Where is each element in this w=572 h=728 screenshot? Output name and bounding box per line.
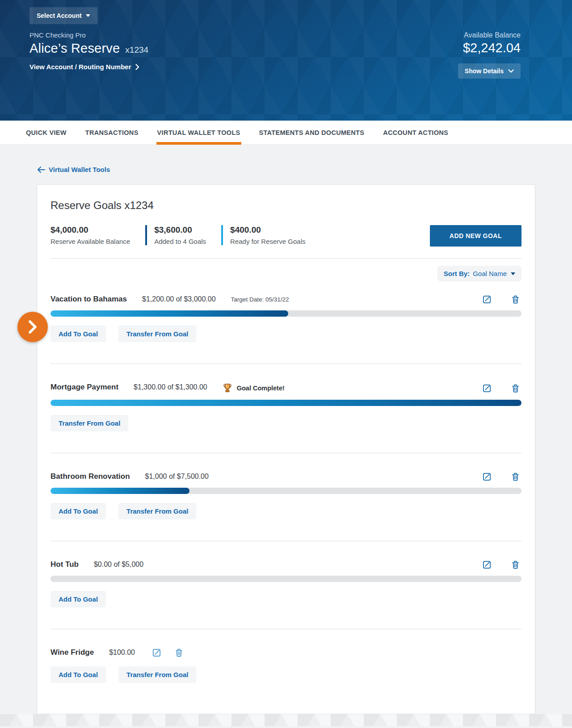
show-details-button[interactable]: Show Details xyxy=(458,63,521,79)
divider xyxy=(50,258,522,259)
transfer-from-goal-button[interactable]: Transfer From Goal xyxy=(118,326,196,342)
tab-account-actions[interactable]: ACCOUNT ACTIONS xyxy=(382,121,449,145)
expand-side-panel-button[interactable] xyxy=(17,312,48,342)
sort-by-dropdown[interactable]: Sort By: Goal Name xyxy=(437,266,522,281)
goal-amount: $1,000 of $7,500.00 xyxy=(145,473,209,481)
edit-icon xyxy=(482,384,492,393)
goal-actions: Add To GoalTransfer From Goal xyxy=(50,326,522,342)
delete-goal-button[interactable] xyxy=(511,472,520,481)
goal-row-icons xyxy=(482,560,522,569)
edit-icon xyxy=(482,295,492,304)
stat-value: $3,600.00 xyxy=(154,225,206,235)
goal-complete-badge: Goal Complete! xyxy=(223,383,285,393)
account-type-label: PNC Checking Pro xyxy=(29,31,86,39)
caret-down-icon xyxy=(511,272,515,275)
page-footer-background xyxy=(0,714,572,726)
goal-header: Wine Fridge $100.00 xyxy=(50,648,522,657)
goal-progress-bar xyxy=(50,576,522,582)
edit-icon xyxy=(152,648,161,657)
stat-label: Reserve Available Balance xyxy=(50,238,130,245)
back-to-virtual-wallet-tools-link[interactable]: Virtual Wallet Tools xyxy=(37,166,110,173)
edit-goal-button[interactable] xyxy=(152,648,161,657)
trash-icon xyxy=(175,648,183,657)
goal-row-mortgage-payment: Mortgage Payment $1,300.00 of $1,300.00 … xyxy=(50,364,522,453)
tab-label: TRANSACTIONS xyxy=(85,129,139,136)
tab-transactions[interactable]: TRANSACTIONS xyxy=(84,121,139,145)
goal-header: Hot Tub $0.00 of $5,000 xyxy=(50,560,522,569)
chevron-down-icon xyxy=(508,69,514,73)
edit-icon xyxy=(482,472,492,481)
goal-actions: Add To GoalTransfer From Goal xyxy=(50,666,522,683)
account-name: Alice’s Reserve xyxy=(29,41,120,56)
caret-down-icon xyxy=(86,14,90,17)
select-account-label: Select Account xyxy=(37,12,82,19)
goal-amount: $0.00 of $5,000 xyxy=(94,561,143,569)
account-name-row: Alice’s Reserve x1234 xyxy=(29,41,148,56)
edit-goal-button[interactable] xyxy=(482,295,492,304)
edit-goal-button[interactable] xyxy=(482,560,492,569)
goal-row-icons xyxy=(482,472,522,481)
goal-name: Mortgage Payment xyxy=(50,383,118,392)
chevron-right-icon xyxy=(27,320,38,334)
goal-actions: Add To Goal xyxy=(50,591,522,607)
goal-progress-fill xyxy=(50,488,189,494)
tab-statements-and-documents[interactable]: STATEMENTS AND DOCUMENTS xyxy=(258,121,366,145)
goal-target-date: Target Date: 05/31/22 xyxy=(231,296,289,303)
goal-row-vacation-to-bahamas: Vacation to Bahamas $1,200.00 of $3,000.… xyxy=(50,282,522,364)
select-account-dropdown[interactable]: Select Account xyxy=(29,7,97,24)
delete-goal-button[interactable] xyxy=(511,560,520,569)
goals-summary-row: $4,000.00 Reserve Available Balance $3,6… xyxy=(50,225,522,247)
sort-by-label: Sort By: xyxy=(444,270,470,277)
page: Select Account PNC Checking Pro Alice’s … xyxy=(0,0,572,728)
edit-icon xyxy=(482,560,492,569)
transfer-from-goal-button[interactable]: Transfer From Goal xyxy=(118,503,196,519)
tab-quick-view[interactable]: QUICK VIEW xyxy=(25,121,67,145)
transfer-from-goal-button[interactable]: Transfer From Goal xyxy=(118,666,196,683)
goal-inline-icons xyxy=(152,648,183,657)
add-to-goal-button[interactable]: Add To Goal xyxy=(50,591,106,607)
trophy-icon xyxy=(223,383,232,393)
sort-row: Sort By: Goal Name xyxy=(50,266,522,281)
sort-by-value: Goal Name xyxy=(473,270,507,277)
goal-row-icons xyxy=(482,384,522,393)
transfer-from-goal-button[interactable]: Transfer From Goal xyxy=(50,415,128,431)
goal-name: Vacation to Bahamas xyxy=(50,295,127,304)
main-content: Virtual Wallet Tools Reserve Goals x1234… xyxy=(0,145,572,726)
add-to-goal-button[interactable]: Add To Goal xyxy=(50,503,106,519)
tab-virtual-wallet-tools[interactable]: VIRTUAL WALLET TOOLS xyxy=(156,121,241,145)
goal-amount: $100.00 xyxy=(109,649,135,657)
stat-value: $400.00 xyxy=(230,225,305,235)
tab-label: QUICK VIEW xyxy=(26,129,67,136)
card-title: Reserve Goals x1234 xyxy=(50,199,522,212)
goal-header: Mortgage Payment $1,300.00 of $1,300.00 … xyxy=(50,383,522,393)
delete-goal-button[interactable] xyxy=(511,295,520,304)
edit-goal-button[interactable] xyxy=(482,384,492,393)
delete-goal-button[interactable] xyxy=(511,384,520,393)
add-new-goal-button[interactable]: ADD NEW GOAL xyxy=(430,225,522,247)
goal-amount: $1,300.00 of $1,300.00 xyxy=(134,383,207,391)
goal-progress-fill xyxy=(50,400,522,406)
delete-goal-button[interactable] xyxy=(175,648,183,657)
goals-list: Vacation to Bahamas $1,200.00 of $3,000.… xyxy=(50,282,522,687)
add-to-goal-button[interactable]: Add To Goal xyxy=(50,666,106,683)
summary-stat-reserve-available-balance: $4,000.00 Reserve Available Balance xyxy=(50,225,145,245)
summary-stat-ready-for-reserve-goals: $400.00 Ready for Reserve Goals xyxy=(221,225,320,245)
trash-icon xyxy=(511,472,520,481)
arrow-left-icon xyxy=(37,167,45,173)
add-to-goal-button[interactable]: Add To Goal xyxy=(50,326,106,342)
goal-actions: Transfer From Goal xyxy=(50,415,522,431)
goal-actions: Add To GoalTransfer From Goal xyxy=(50,503,522,519)
goal-complete-label: Goal Complete! xyxy=(237,385,285,392)
view-account-routing-link[interactable]: View Account / Routing Number xyxy=(29,63,139,71)
summary-stat-added-to-4-goals: $3,600.00 Added to 4 Goals xyxy=(145,225,221,245)
goal-header: Bathroom Renovation $1,000 of $7,500.00 xyxy=(50,472,522,481)
account-number: x1234 xyxy=(125,45,148,55)
stat-value: $4,000.00 xyxy=(50,225,130,235)
goal-name: Bathroom Renovation xyxy=(50,472,130,481)
goal-row-bathroom-renovation: Bathroom Renovation $1,000 of $7,500.00 xyxy=(50,453,522,541)
goal-progress-bar xyxy=(50,400,522,406)
goal-header: Vacation to Bahamas $1,200.00 of $3,000.… xyxy=(50,295,522,304)
edit-goal-button[interactable] xyxy=(482,472,492,481)
available-balance-value: $2,242.04 xyxy=(463,41,521,55)
goal-progress-bar xyxy=(50,488,522,494)
